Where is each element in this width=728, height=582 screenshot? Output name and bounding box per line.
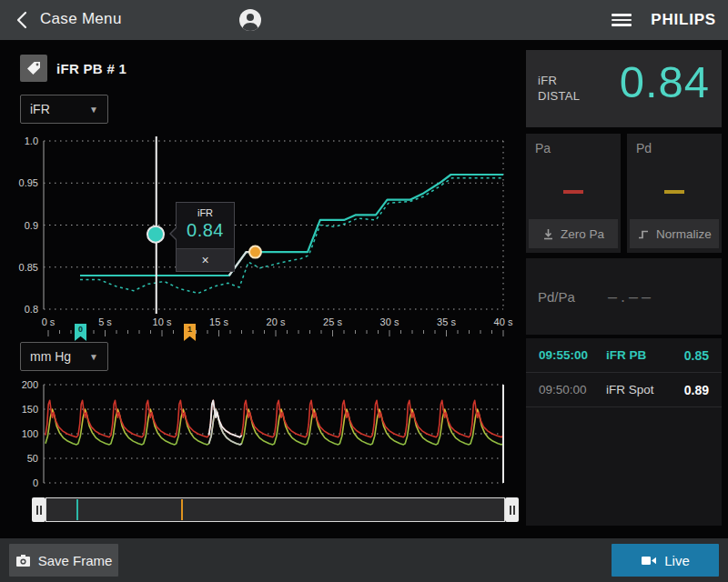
tooltip-title: iFR: [177, 203, 234, 218]
chevron-left-icon: [13, 10, 35, 30]
history-value: 0.85: [684, 348, 709, 363]
chevron-down-icon: ▼: [89, 105, 98, 115]
history-row-ifr-pb[interactable]: 09:55:00 iFR PB 0.85: [526, 338, 722, 373]
svg-text:15 s: 15 s: [209, 316, 228, 327]
page-title: Case Menu: [40, 10, 122, 28]
svg-text:0.9: 0.9: [25, 220, 38, 231]
pa-label: Pa: [535, 141, 551, 156]
svg-text:0: 0: [33, 477, 38, 488]
live-button[interactable]: Live: [612, 544, 719, 577]
pressure-chart[interactable]: 200150100500: [0, 350, 519, 505]
pd-panel: Pd Normalize: [627, 134, 722, 253]
svg-text:0 s: 0 s: [42, 316, 56, 327]
scrubber-handle-right[interactable]: [505, 497, 519, 522]
tooltip-close-button[interactable]: ×: [177, 248, 234, 271]
history-type: iFR Spot: [606, 383, 654, 396]
pa-signal-indicator: [563, 190, 583, 194]
normalize-button[interactable]: Normalize: [630, 219, 719, 248]
normalize-icon: [637, 228, 650, 240]
camera-icon: [15, 554, 31, 567]
scrubber-handle-left[interactable]: [32, 497, 46, 522]
pd-signal-indicator: [664, 190, 684, 194]
mode-dropdown-value: iFR: [30, 102, 50, 116]
timeline-scrubber: [32, 497, 519, 522]
user-avatar-icon[interactable]: [238, 8, 262, 32]
pd-label: Pd: [636, 141, 652, 156]
history-time: 09:55:00: [539, 348, 606, 362]
ifr-trend-chart[interactable]: 1.00.950.90.850.80 s5 s10 s15 s20 s25 s3…: [0, 132, 519, 346]
tag-button[interactable]: [20, 55, 47, 82]
svg-text:0.8: 0.8: [25, 304, 38, 315]
philips-logo: PHILIPS: [651, 11, 716, 29]
mode-dropdown[interactable]: iFR ▼: [20, 95, 108, 124]
back-button[interactable]: [13, 10, 35, 30]
ifr-distal-label: iFR DISTAL: [538, 74, 580, 105]
record-label: iFR PB # 1: [56, 61, 126, 76]
svg-text:20 s: 20 s: [267, 316, 286, 327]
svg-text:0.95: 0.95: [19, 177, 38, 188]
history-value: 0.89: [684, 383, 709, 397]
scrubber-track[interactable]: [46, 497, 505, 522]
ifr-distal-value: 0.84: [620, 56, 710, 107]
top-bar: Case Menu PHILIPS: [0, 0, 728, 40]
app-root: Case Menu PHILIPS iFR PB # 1 iFR ▼ 1.00.…: [0, 0, 728, 582]
svg-text:5 s: 5 s: [98, 316, 112, 327]
svg-text:1.0: 1.0: [25, 135, 38, 146]
svg-text:10 s: 10 s: [153, 316, 172, 327]
menu-icon[interactable]: [612, 14, 632, 26]
history-row-ifr-spot[interactable]: 09:50:00 iFR Spot 0.89: [526, 373, 722, 407]
svg-text:30 s: 30 s: [380, 316, 399, 327]
pdpa-value: –.––: [608, 287, 654, 306]
pdpa-label: Pd/Pa: [538, 289, 575, 305]
ifr-value-tooltip: iFR 0.84 ×: [176, 202, 235, 272]
svg-text:35 s: 35 s: [437, 316, 456, 327]
svg-text:0.85: 0.85: [19, 262, 38, 273]
svg-text:25 s: 25 s: [323, 316, 342, 327]
svg-text:40 s: 40 s: [494, 316, 513, 327]
svg-text:50: 50: [27, 453, 38, 464]
pdpa-panel: Pd/Pa –.––: [526, 258, 722, 335]
ifr-distal-panel: iFR DISTAL 0.84: [526, 50, 722, 127]
save-frame-button[interactable]: Save Frame: [9, 544, 118, 577]
bottom-bar: Save Frame Live: [0, 538, 728, 582]
tag-icon: [26, 61, 41, 75]
history-type: iFR PB: [606, 348, 646, 362]
tooltip-value: 0.84: [177, 218, 234, 241]
zero-arrow-icon: [542, 228, 554, 240]
history-time: 09:50:00: [539, 383, 606, 396]
scrubber-marker-distal: [76, 499, 78, 520]
scrubber-marker-bookmark: [181, 499, 183, 520]
measurement-history-panel: 09:55:00 iFR PB 0.85 09:50:00 iFR Spot 0…: [526, 338, 722, 526]
svg-text:100: 100: [22, 428, 38, 439]
svg-text:150: 150: [22, 404, 38, 415]
svg-text:200: 200: [22, 379, 38, 390]
zero-pa-button[interactable]: Zero Pa: [529, 219, 618, 248]
video-camera-icon: [641, 555, 657, 567]
pa-panel: Pa Zero Pa: [526, 134, 621, 253]
